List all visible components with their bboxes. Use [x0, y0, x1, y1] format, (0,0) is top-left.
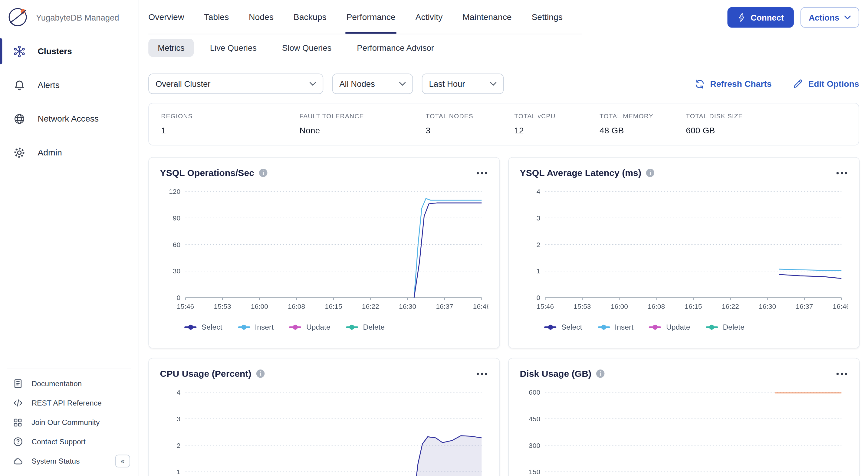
pencil-icon [793, 79, 803, 89]
sidebar: YugabyteDB Managed Clusters [0, 0, 138, 476]
chevron-down-icon [490, 82, 497, 86]
chart-menu-button[interactable] [475, 168, 488, 177]
performance-subtabs: Metrics Live Queries Slow Queries Perfor… [148, 39, 859, 57]
chart-menu-button[interactable] [475, 369, 488, 378]
legend-item-select[interactable]: Select [544, 323, 582, 331]
connect-button[interactable]: Connect [727, 7, 794, 28]
chart-card-header: CPU Usage (Percent) i [160, 368, 489, 379]
info-icon[interactable]: i [646, 169, 654, 177]
tab-tables[interactable]: Tables [204, 0, 229, 34]
tab-nodes[interactable]: Nodes [249, 0, 274, 34]
chart-plot-disk-usage[interactable]: 015030045060015:4615:5316:0016:0816:1516… [520, 385, 848, 476]
actions-button[interactable]: Actions [801, 7, 859, 28]
chart-title: YSQL Average Latency (ms) [520, 168, 641, 178]
time-range-select[interactable]: Last Hour [422, 73, 504, 94]
cluster-tabs: Overview Tables Nodes Backups Performanc… [148, 0, 583, 34]
chevron-down-icon [309, 82, 316, 86]
svg-text:16:30: 16:30 [399, 302, 416, 310]
legend-item-delete[interactable]: Delete [346, 323, 385, 331]
subtab-metrics[interactable]: Metrics [148, 39, 194, 57]
sidebar-item-contact-support[interactable]: Contact Support [7, 432, 131, 451]
svg-text:4: 4 [536, 188, 540, 195]
legend-item-update[interactable]: Update [649, 323, 690, 331]
sidebar-footer: Documentation REST API Reference [7, 368, 131, 471]
sidebar-item-rest-api-reference[interactable]: REST API Reference [7, 393, 131, 412]
chart-plot-cpu-usage[interactable]: 0123415:4615:5316:0016:0816:1516:2216:30… [160, 385, 489, 476]
svg-text:16:15: 16:15 [685, 302, 702, 310]
chart-title: Disk Usage (GB) [520, 368, 591, 379]
stat-regions: REGIONS 1 [161, 113, 299, 135]
brand-name: YugabyteDB Managed [36, 12, 119, 22]
svg-text:4: 4 [177, 388, 181, 396]
collapse-sidebar-button[interactable]: « [115, 455, 130, 468]
stat-total-vcpu: TOTAL vCPU 12 [514, 113, 599, 135]
metrics-filters: Overall Cluster All Nodes Last Hour [148, 73, 859, 94]
svg-text:2: 2 [536, 241, 540, 248]
sidebar-item-clusters[interactable]: Clusters [0, 34, 138, 68]
chart-title: YSQL Operations/Sec [160, 168, 254, 178]
tab-backups[interactable]: Backups [293, 0, 327, 34]
sidebar-item-admin[interactable]: Admin [0, 135, 138, 169]
sidebar-item-documentation[interactable]: Documentation [7, 374, 131, 393]
legend-item-insert[interactable]: Insert [598, 323, 633, 331]
subtab-performance-advisor[interactable]: Performance Advisor [347, 39, 443, 57]
info-icon[interactable]: i [259, 169, 268, 177]
svg-text:16:22: 16:22 [362, 302, 379, 310]
refresh-icon [694, 78, 705, 90]
svg-text:16:30: 16:30 [759, 302, 776, 310]
svg-text:1: 1 [536, 267, 540, 275]
cluster-stats-bar: REGIONS 1 FAULT TOLERANCE None TOTAL NOD… [148, 103, 859, 145]
chart-card-header: YSQL Average Latency (ms) i [520, 168, 848, 178]
svg-text:2: 2 [177, 442, 181, 449]
sidebar-item-label: Network Access [37, 114, 99, 124]
chart-plot-ysql-latency[interactable]: 0123415:4615:5316:0016:0816:1516:2216:30… [520, 185, 848, 317]
charts-grid: YSQL Operations/Sec i 030609012015:4615:… [148, 157, 859, 476]
sidebar-item-system-status[interactable]: System Status « [7, 451, 131, 471]
yugabytedb-logo-icon [7, 6, 29, 28]
svg-text:16:37: 16:37 [796, 302, 813, 310]
chart-plot-ysql-operations[interactable]: 030609012015:4615:5316:0016:0816:1516:22… [160, 185, 489, 317]
code-icon [12, 397, 23, 409]
svg-text:16:00: 16:00 [611, 302, 628, 310]
bell-icon [12, 78, 27, 92]
tab-performance[interactable]: Performance [346, 0, 395, 34]
legend-item-select[interactable]: Select [184, 323, 222, 331]
legend-item-delete[interactable]: Delete [706, 323, 745, 331]
svg-text:150: 150 [529, 468, 540, 476]
subtab-live-queries[interactable]: Live Queries [200, 39, 266, 57]
globe-icon [12, 111, 27, 126]
stat-total-disk-size: TOTAL DISK SIZE 600 GB [686, 113, 846, 135]
svg-text:600: 600 [529, 388, 540, 396]
chart-title: CPU Usage (Percent) [160, 368, 251, 379]
sidebar-item-alerts[interactable]: Alerts [0, 68, 138, 102]
svg-text:120: 120 [169, 188, 180, 195]
tab-activity[interactable]: Activity [415, 0, 443, 34]
stat-total-nodes: TOTAL NODES 3 [426, 113, 515, 135]
sidebar-item-join-our-community[interactable]: Join Our Community [7, 413, 131, 432]
legend-item-insert[interactable]: Insert [238, 323, 274, 331]
tab-maintenance[interactable]: Maintenance [462, 0, 512, 34]
footer-item-label: Contact Support [31, 438, 85, 446]
cluster-select[interactable]: Overall Cluster [148, 73, 323, 94]
sidebar-item-network-access[interactable]: Network Access [0, 102, 138, 136]
svg-text:450: 450 [529, 415, 540, 423]
main-content: Overview Tables Nodes Backups Performanc… [138, 0, 868, 476]
info-icon[interactable]: i [256, 370, 265, 378]
tab-settings[interactable]: Settings [531, 0, 562, 34]
refresh-charts-link[interactable]: Refresh Charts [694, 78, 771, 90]
document-icon [12, 378, 23, 389]
sidebar-item-label: Admin [37, 147, 62, 157]
nodes-select[interactable]: All Nodes [332, 73, 413, 94]
subtab-slow-queries[interactable]: Slow Queries [273, 39, 341, 57]
chart-menu-button[interactable] [835, 168, 848, 177]
brand: YugabyteDB Managed [0, 0, 138, 34]
svg-text:16:22: 16:22 [722, 302, 739, 310]
edit-options-link[interactable]: Edit Options [793, 79, 859, 89]
legend-item-update[interactable]: Update [289, 323, 330, 331]
tab-overview[interactable]: Overview [148, 0, 184, 34]
chart-legend: Select Insert Update Delete [160, 323, 489, 331]
chart-menu-button[interactable] [835, 369, 848, 378]
app-root: YugabyteDB Managed Clusters [0, 0, 868, 476]
svg-text:0: 0 [536, 294, 540, 302]
info-icon[interactable]: i [596, 370, 604, 378]
